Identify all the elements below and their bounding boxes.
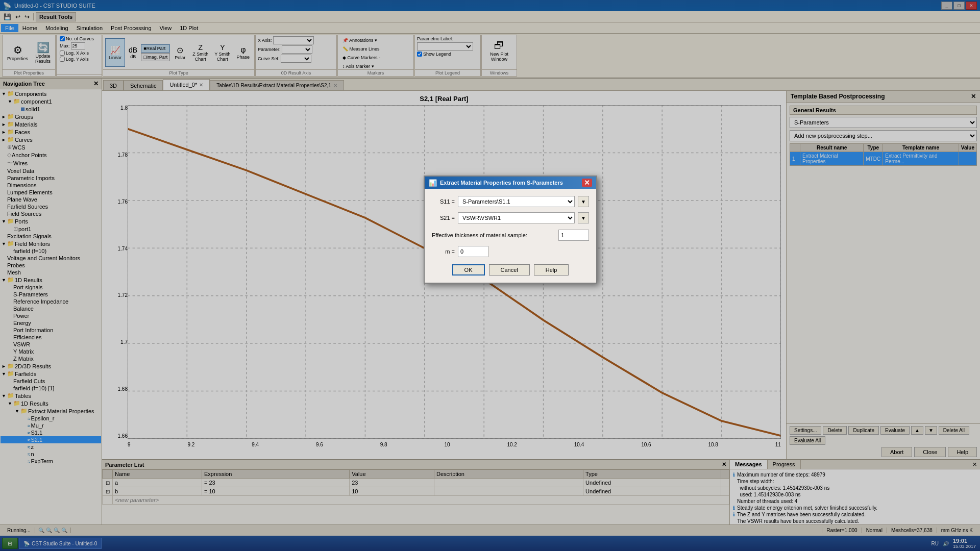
modal-title-bar: 📊 Extract Material Properties from S-Par… [425,177,596,189]
modal-ok-btn[interactable]: OK [452,264,485,276]
modal-cancel-btn[interactable]: Cancel [489,264,530,276]
modal-s21-combo[interactable]: VSWR\VSWR1 [458,212,575,223]
modal-dialog: 📊 Extract Material Properties from S-Par… [424,176,597,284]
modal-m-label: m = [432,248,455,255]
modal-s11-label: S11 = [432,198,455,205]
modal-thickness-label: Effective thickness of material sample: [432,232,555,238]
modal-s21-dropdown[interactable]: ▼ [578,212,589,223]
modal-title-icon: 📊 [429,179,437,187]
modal-m-input[interactable] [458,246,488,257]
modal-title-text: Extract Material Properties from S-Param… [440,180,563,186]
modal-s21-label: S21 = [432,215,455,221]
modal-s11-combo[interactable]: S-Parameters\S1.1 [458,196,575,207]
modal-s11-dropdown[interactable]: ▼ [578,196,589,207]
modal-overlay: 📊 Extract Material Properties from S-Par… [0,0,980,551]
modal-body: S11 = S-Parameters\S1.1 ▼ S21 = VSWR\VSW… [425,189,596,283]
modal-close-btn[interactable]: ✕ [582,179,592,187]
modal-help-btn[interactable]: Help [534,264,569,276]
modal-buttons: OK Cancel Help [432,264,589,276]
modal-thickness-input[interactable] [558,230,589,241]
